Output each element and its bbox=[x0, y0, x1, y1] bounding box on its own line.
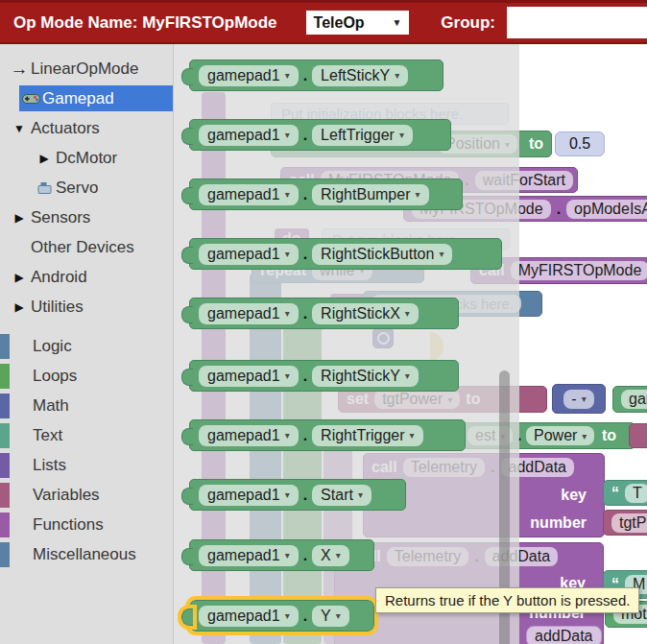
number-label: number bbox=[530, 514, 587, 532]
sidebar-item-label: Sensors bbox=[31, 208, 90, 227]
dropdown-caret-icon: ▾ bbox=[285, 430, 290, 441]
property-dropdown[interactable]: LeftTrigger▾ bbox=[312, 125, 413, 146]
sidebar-item-label: Other Devices bbox=[31, 238, 134, 257]
to-label: to bbox=[529, 135, 543, 153]
key1-text: T bbox=[625, 484, 647, 503]
sidebar-item-servo[interactable]: Servo bbox=[0, 173, 173, 203]
property-dropdown[interactable]: Y▾ bbox=[312, 606, 349, 627]
sidebar-item-label: Servo bbox=[56, 179, 98, 198]
flyout-block-lefttrigger[interactable]: gamepad1▾ . LeftTrigger▾ bbox=[189, 119, 451, 151]
flyout-block-leftsticky[interactable]: gamepad1▾ . LeftStickY▾ bbox=[189, 60, 443, 91]
gamepad-dropdown[interactable]: gamepad1▾ bbox=[199, 485, 299, 506]
op-mode-type-select[interactable]: TeleOp ▼ bbox=[306, 11, 410, 35]
property-dropdown[interactable]: RightStickX▾ bbox=[312, 303, 419, 324]
category-label: Text bbox=[33, 426, 62, 445]
gamepad-label: gamepad1 bbox=[207, 305, 280, 322]
property-dropdown[interactable]: RightStickButton▾ bbox=[312, 244, 452, 265]
category-color-chip bbox=[0, 364, 10, 389]
sidebar-item-label: DcMotor bbox=[56, 149, 117, 168]
sidebar-item-miscellaneous[interactable]: Miscellaneous bbox=[0, 539, 173, 569]
op-mode-name-value: MyFIRSTOpMode bbox=[142, 13, 276, 32]
gamepad-dropdown[interactable]: gamepad1▾ bbox=[199, 184, 299, 205]
dot-separator: . bbox=[303, 305, 307, 322]
property-label: RightStickX bbox=[321, 305, 400, 322]
sidebar-item-text[interactable]: Text bbox=[0, 420, 173, 450]
expander-right-icon[interactable]: ▶ bbox=[33, 152, 56, 165]
sidebar-item-variables[interactable]: Variables bbox=[0, 480, 173, 510]
gamepad-dropdown[interactable]: gamepad1▾ bbox=[199, 425, 299, 446]
sidebar-item-linearopmode[interactable]: → LinearOpMode bbox=[0, 54, 173, 83]
dot-separator: . bbox=[303, 427, 307, 444]
gamepad-dropdown[interactable]: gamepad1▾ bbox=[199, 303, 299, 324]
sidebar-item-dcmotor[interactable]: ▶ DcMotor bbox=[0, 143, 173, 173]
dropdown-caret-icon: ▾ bbox=[336, 610, 341, 621]
servo-icon bbox=[33, 181, 56, 195]
dropdown-caret-icon: ▾ bbox=[285, 70, 290, 81]
gamepad-label: gamepad1 bbox=[207, 246, 280, 263]
sidebar-item-loops[interactable]: Loops bbox=[0, 361, 173, 391]
property-dropdown[interactable]: Start▾ bbox=[312, 485, 371, 506]
dropdown-caret-icon: ▾ bbox=[336, 550, 341, 561]
flyout-block-x[interactable]: gamepad1▾ . X▾ bbox=[189, 539, 374, 571]
expander-right-icon[interactable]: ▶ bbox=[8, 211, 31, 225]
sidebar-item-other-devices[interactable]: Other Devices bbox=[0, 232, 173, 262]
dot-separator: . bbox=[303, 67, 307, 84]
flyout-block-start[interactable]: gamepad1▾ . Start▾ bbox=[189, 479, 406, 511]
sidebar-item-android[interactable]: ▶ Android bbox=[0, 262, 173, 292]
gamepad-label: gamepad1 bbox=[207, 368, 280, 385]
property-dropdown[interactable]: LeftStickY▾ bbox=[312, 65, 408, 86]
opmode-field: MyFIRSTOpMode bbox=[511, 261, 647, 280]
gamepad-getter-block[interactable]: gamepad1 bbox=[612, 386, 647, 413]
text-block-key1[interactable]: “ T bbox=[603, 480, 647, 506]
gamepad-label: gamepad1 bbox=[207, 67, 280, 84]
expander-down-icon[interactable]: ▼ bbox=[8, 122, 31, 135]
expander-right-icon[interactable]: ▶ bbox=[8, 300, 31, 314]
gamepad-dropdown[interactable]: gamepad1▾ bbox=[199, 545, 299, 566]
flyout-block-rightstickx[interactable]: gamepad1▾ . RightStickX▾ bbox=[189, 298, 459, 329]
dropdown-caret-icon: ▾ bbox=[582, 431, 587, 441]
gamepad-field: gamepad1 bbox=[621, 390, 647, 409]
dropdown-caret-icon: ▾ bbox=[285, 610, 290, 621]
flyout-block-rightstickbutton[interactable]: gamepad1▾ . RightStickButton▾ bbox=[189, 238, 502, 270]
property-dropdown[interactable]: RightBumper▾ bbox=[312, 184, 428, 205]
sidebar-item-lists[interactable]: Lists bbox=[0, 450, 173, 480]
flyout-block-rightbumper[interactable]: gamepad1▾ . RightBumper▾ bbox=[189, 179, 463, 210]
sidebar-item-label: LinearOpMode bbox=[31, 60, 138, 79]
negate-label: - bbox=[571, 391, 576, 408]
variable-block-num1[interactable]: tgtP bbox=[603, 510, 647, 536]
category-color-chip bbox=[0, 542, 10, 567]
group-input[interactable] bbox=[507, 7, 647, 38]
expander-right-icon[interactable]: ▶ bbox=[8, 271, 31, 284]
gamepad-dropdown[interactable]: gamepad1▾ bbox=[199, 65, 299, 86]
flyout-block-rightsticky[interactable]: gamepad1▾ . RightStickY▾ bbox=[189, 360, 459, 392]
category-color-chip bbox=[0, 423, 10, 448]
sidebar-item-sensors[interactable]: ▶ Sensors bbox=[0, 203, 173, 232]
sidebar-item-functions[interactable]: Functions bbox=[0, 510, 173, 539]
power-dropdown[interactable]: Power ▾ bbox=[526, 426, 594, 445]
sidebar-item-gamepad[interactable]: Gamepad bbox=[0, 83, 173, 113]
flyout-block-y[interactable]: gamepad1▾ . Y▾ bbox=[189, 600, 374, 632]
dropdown-caret-icon: ▾ bbox=[285, 370, 290, 381]
gamepad-dropdown[interactable]: gamepad1▾ bbox=[199, 125, 299, 146]
gamepad-label: gamepad1 bbox=[207, 127, 280, 144]
property-dropdown[interactable]: RightTrigger▾ bbox=[312, 425, 422, 446]
property-dropdown[interactable]: RightStickY▾ bbox=[312, 366, 419, 387]
adddata-fragment-text: addData bbox=[535, 628, 593, 644]
servo-value-block[interactable]: 0.5 bbox=[555, 131, 605, 156]
sidebar-item-math[interactable]: Math bbox=[0, 391, 173, 420]
variable-getter-fragment[interactable] bbox=[629, 423, 647, 448]
gamepad-dropdown[interactable]: gamepad1▾ bbox=[199, 244, 299, 265]
negate-dropdown[interactable]: - ▾ bbox=[563, 390, 593, 409]
gamepad-dropdown[interactable]: gamepad1▾ bbox=[199, 606, 299, 627]
op-mode-name-label: Op Mode Name: MyFIRSTOpMode bbox=[13, 13, 277, 33]
to-label: to bbox=[602, 427, 616, 444]
sidebar-item-actuators[interactable]: ▼ Actuators bbox=[0, 113, 173, 143]
sidebar-item-logic[interactable]: Logic bbox=[0, 331, 173, 361]
gamepad-dropdown[interactable]: gamepad1▾ bbox=[199, 366, 299, 387]
gamepad-label: gamepad1 bbox=[207, 608, 280, 625]
flyout-block-righttrigger[interactable]: gamepad1▾ . RightTrigger▾ bbox=[189, 419, 466, 451]
adddata-fragment: addData bbox=[526, 626, 602, 644]
property-dropdown[interactable]: X▾ bbox=[312, 545, 349, 566]
sidebar-item-utilities[interactable]: ▶ Utilities bbox=[0, 292, 173, 322]
negate-block[interactable]: - ▾ bbox=[552, 384, 606, 414]
